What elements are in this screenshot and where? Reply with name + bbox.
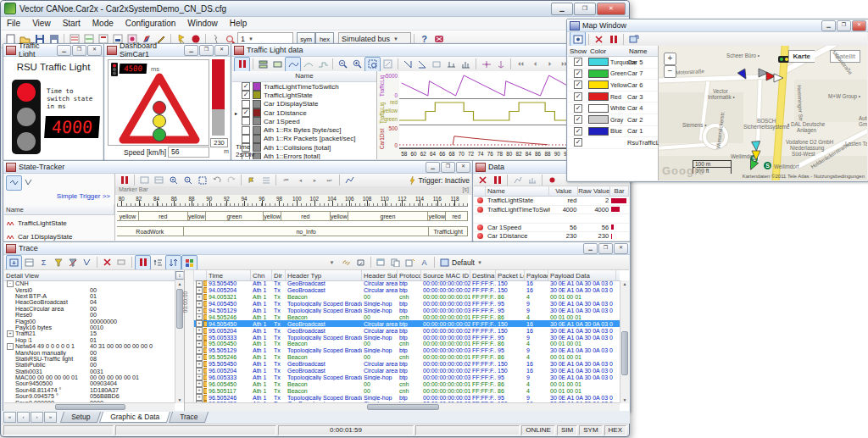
dir-column-header[interactable]: Dir [272,270,286,280]
row-expander-icon[interactable]: + [196,320,203,327]
view-tab[interactable]: Graphic & Data [99,412,170,423]
signal-row-1[interactable]: TrafficLightState [7,219,67,227]
signal-checkbox[interactable] [242,135,250,143]
map-legend-row[interactable]: White Car 4 [568,103,658,114]
state-segment[interactable]: RoadWork [117,226,184,236]
marker-bar[interactable]: Marker Bar [s] [115,186,471,195]
color-mode-icon[interactable] [181,255,198,270]
trace-row[interactable]: + 94.505246 Ath 1 Tx Beacon 00 cnh 00:00… [194,313,620,320]
zoom-out-button[interactable]: − [664,65,676,78]
trace-row[interactable]: + 96.005333 Ath 1 Tx Topologically Scope… [194,374,620,380]
payloadlen-column-header[interactable]: Payload Len... [525,270,548,280]
fit-view-icon[interactable] [381,58,395,71]
map-legend-row[interactable]: Blue Car 1 [568,126,658,138]
state-segment[interactable]: yellow [117,211,139,221]
show-checkbox[interactable] [574,127,582,136]
state-row-displaystate[interactable]: RoadWorkno_InfoTrafficLight [117,226,468,236]
map-legend-row[interactable]: Green Car 7 [568,69,658,80]
search-icon[interactable] [21,175,36,189]
spline-style-icon[interactable] [301,58,315,71]
delete-icon[interactable] [100,256,114,269]
data-row[interactable]: TrafficLightState red 2 [474,197,629,206]
row-expander-icon[interactable]: + [196,387,203,394]
zoom-in-icon[interactable] [350,58,364,71]
destination-column-header[interactable]: Destina... [470,270,496,280]
trace-row[interactable]: + 94.005204 Ath 1 Tx GeoBroadcast Circul… [194,287,620,294]
maximize-button[interactable]: ❐ [598,243,613,254]
state-segment[interactable]: red [281,211,331,221]
record-icon[interactable] [545,174,559,186]
close-icon[interactable]: ✕ [214,45,229,56]
detail-tree[interactable]: -CNH - Common Network Header Version 0 0… [4,280,175,403]
view-tab[interactable]: Setup [60,412,101,423]
state-row-trafficlightstate[interactable]: yellowredyellowgreenyellowredyellowgreen… [117,211,468,221]
first-tab-icon[interactable]: « [3,412,16,423]
map-legend-row[interactable]: Red Car 3 [568,91,658,103]
view-preset-icon[interactable] [437,256,452,269]
export-icon[interactable] [353,256,368,269]
scroll-up-icon[interactable]: ▲ [175,281,184,286]
prev-event-icon[interactable]: ⏴ [528,58,542,71]
zoom-sel-icon[interactable] [195,174,209,187]
chn-column-header[interactable]: Chn [251,270,272,280]
trace-row[interactable]: + 95.005204 Ath 1 Tx GeoBroadcast Circul… [194,327,620,334]
signal-select-icon[interactable] [6,175,22,191]
row-expander-icon[interactable]: + [196,327,203,334]
link-icon[interactable] [339,256,353,269]
next-tab-icon[interactable]: › [31,412,43,423]
view-tab[interactable]: Trace [169,412,209,423]
maximize-button[interactable]: ❐ [441,162,455,173]
zoom-in-icon[interactable] [166,174,181,187]
goto-start-icon[interactable]: ⏮ [279,174,293,187]
signal-checkbox[interactable] [242,100,250,108]
trace-row[interactable]: + 96.005450 Ath 1 Tx Beacon 00 cnh 00:00… [194,380,620,387]
trace-row[interactable]: + 95.005333 Ath 1 Tx Topologically Scope… [194,334,620,341]
show-checkbox[interactable] [574,80,582,89]
sourcemac-column-header[interactable]: Source MAC ID [421,270,470,280]
export-map-icon[interactable] [626,32,641,46]
menu-item[interactable]: File [1,19,26,28]
time-column-header[interactable]: Time [207,270,251,280]
state-tracker-titlebar[interactable]: State-Tracker ▁ ❐ ✕ [3,161,472,174]
close-icon[interactable]: ✕ [456,162,470,173]
stack-signals-icon[interactable] [256,58,270,71]
statistics-icon[interactable] [459,58,473,71]
minimize-button[interactable]: ▁ [821,20,836,31]
measure-x-icon[interactable] [401,58,415,71]
signal-checkbox[interactable] [242,91,250,99]
show-checkbox[interactable] [574,115,582,124]
minimize-button[interactable]: ▁ [184,45,198,56]
trace-row[interactable]: + 95.505129 Ath 1 Tx Topologically Scope… [194,347,620,354]
headersubtype-column-header[interactable]: Header Subtyp [362,270,398,280]
show-checkbox[interactable] [574,58,582,66]
close-icon[interactable]: ✕ [852,20,866,31]
data-row[interactable]: Car 1Distance 230 230 [474,232,629,241]
close-icon[interactable]: ✕ [87,45,102,56]
measure-diff-icon[interactable] [444,58,459,71]
maximize-button[interactable]: ❐ [574,3,596,15]
bar-view-icon[interactable] [525,174,539,186]
map-legend-row[interactable]: RsuTrafficLight [568,137,658,149]
fixed-view-icon[interactable] [22,256,36,269]
trace-row[interactable]: + 95.505450 Ath 1 Tx GeoBroadcast Circul… [194,361,620,368]
trace-row[interactable]: + 94.505450 Ath 1 Tx GeoBroadcast Circul… [194,320,620,327]
show-checkbox[interactable] [574,69,582,78]
zoom-out-icon[interactable] [181,174,195,187]
trace-row[interactable]: + 95.505246 Ath 1 Tx Beacon 00 cnh 00:00… [194,354,620,361]
maximize-button[interactable]: ❐ [72,45,86,56]
pause-icon[interactable] [606,32,620,46]
show-column-header[interactable]: Show [568,47,590,55]
delete-icon[interactable] [476,174,490,186]
menu-item[interactable]: Help [224,19,253,28]
row-expander-icon[interactable]: + [196,347,203,354]
trace-row[interactable]: + 94.005450 Ath 1 Tx Topologically Scope… [194,301,620,308]
bar-column-header[interactable]: Bar [610,186,629,196]
minimize-button[interactable]: ▁ [426,162,440,173]
stop-filter-icon[interactable] [65,256,80,269]
statistics-icon[interactable]: Σ [36,256,51,269]
dropdown-icon[interactable]: ▼ [325,256,339,269]
car-marker[interactable] [773,73,783,83]
map-legend-row[interactable]: Turquoise Car 5 [568,57,658,69]
pause-icon[interactable] [117,174,131,187]
maximize-button[interactable]: ❐ [837,20,851,31]
